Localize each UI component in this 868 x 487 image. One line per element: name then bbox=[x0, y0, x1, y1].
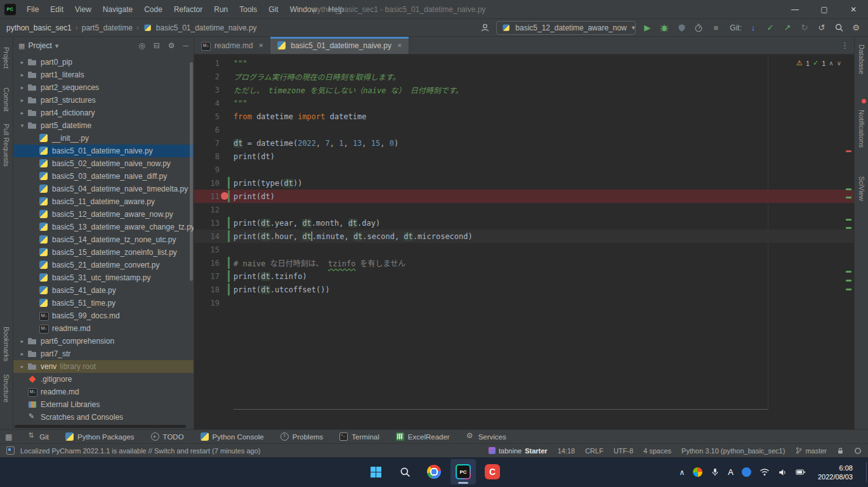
tree-item-readme-md[interactable]: readme.md bbox=[13, 322, 194, 335]
locate-file-icon[interactable]: ◎ bbox=[138, 41, 145, 50]
tree-item-basic5-03-datetime-naive-diff-py[interactable]: basic5_03_datetime_naive_diff.py bbox=[13, 170, 194, 183]
menu-edit[interactable]: Edit bbox=[44, 0, 69, 19]
coverage-icon[interactable] bbox=[676, 22, 687, 34]
line-number[interactable]: 2 bbox=[194, 72, 220, 81]
chevron-right-icon[interactable]: ▸ bbox=[17, 351, 27, 357]
taskbar-search-icon[interactable] bbox=[392, 459, 418, 484]
git-update-icon[interactable]: ↓ bbox=[747, 22, 759, 34]
gutter[interactable] bbox=[220, 230, 233, 243]
ime-indicator[interactable]: A bbox=[728, 467, 733, 477]
collapse-all-icon[interactable]: ⊟ bbox=[154, 41, 160, 50]
stripe-mark[interactable] bbox=[846, 227, 852, 229]
menu-code[interactable]: Code bbox=[138, 0, 168, 19]
indicator-icon[interactable] bbox=[854, 447, 862, 455]
pycharm-taskbar-icon[interactable]: PC bbox=[450, 459, 476, 484]
tree-item-basic5-13-datetime-aware-change-tz-py[interactable]: basic5_13_datetime_aware_change_tz.py bbox=[13, 221, 194, 233]
tray-colorful-app-icon[interactable] bbox=[693, 467, 702, 477]
stripe-mark[interactable] bbox=[846, 197, 852, 198]
tool-window-button-python-console[interactable]: Python Console bbox=[201, 432, 264, 441]
breadcrumb-item-part5-datetime[interactable]: part5_datetime bbox=[82, 23, 133, 32]
tool-windows-icon[interactable]: ▦ bbox=[5, 432, 12, 441]
status-item-4-spaces[interactable]: 4 spaces bbox=[643, 447, 671, 455]
tool-window-button-excelreader[interactable]: ExcelReader bbox=[396, 432, 450, 441]
stripe-button-notifications[interactable]: Notifications bbox=[858, 110, 865, 148]
gutter[interactable] bbox=[220, 83, 233, 96]
tool-window-button-todo[interactable]: TODO bbox=[151, 432, 184, 441]
line-number[interactable]: 9 bbox=[194, 166, 220, 174]
prev-problem-icon[interactable]: ∧ bbox=[829, 60, 833, 67]
tree-item-part1-literals[interactable]: ▸part1_literals bbox=[13, 68, 194, 81]
tree-item-scratches-and-consoles[interactable]: Scratches and Consoles bbox=[13, 411, 194, 424]
tree-item-basic5-21-datetime-convert-py[interactable]: basic5_21_datetime_convert.py bbox=[13, 259, 194, 271]
project-vertical-scrollbar[interactable] bbox=[190, 62, 193, 281]
tool-window-button-services[interactable]: Services bbox=[466, 432, 506, 441]
chevron-right-icon[interactable]: ▸ bbox=[17, 84, 27, 91]
stripe-button-sciview[interactable]: SciView bbox=[858, 176, 865, 201]
code-line-2[interactable]: 2プログラム実行時の現在の日時刻を取得します。 bbox=[194, 70, 854, 83]
code-line-5[interactable]: 5from datetime import datetime bbox=[194, 110, 854, 123]
gutter[interactable] bbox=[220, 296, 233, 309]
code-line-10[interactable]: 10print(type(dt)) bbox=[194, 176, 854, 190]
chevron-down-icon[interactable]: ▾ bbox=[17, 122, 27, 129]
git-commit-icon[interactable]: ✓ bbox=[765, 22, 776, 34]
gutter[interactable] bbox=[220, 96, 233, 110]
close-button[interactable]: ✕ bbox=[839, 0, 868, 19]
gutter[interactable] bbox=[220, 203, 233, 216]
editor-body[interactable]: 1"""2プログラム実行時の現在の日時刻を取得します。3ただし、 timezon… bbox=[194, 55, 854, 429]
close-icon[interactable]: ✕ bbox=[397, 42, 402, 49]
stripe-button-project[interactable]: Project bbox=[3, 47, 10, 68]
tree-item-part2-sequences[interactable]: ▸part2_sequences bbox=[13, 81, 194, 94]
line-number[interactable]: 5 bbox=[194, 112, 220, 121]
line-number[interactable]: 16 bbox=[194, 259, 220, 268]
next-problem-icon[interactable]: ∨ bbox=[837, 60, 841, 67]
tree-item-part6-comprehension[interactable]: ▸part6_comprehension bbox=[13, 335, 194, 347]
line-number[interactable]: 3 bbox=[194, 86, 220, 94]
line-number[interactable]: 19 bbox=[194, 299, 220, 308]
gutter[interactable] bbox=[220, 190, 233, 203]
more-icon[interactable]: ⋮ bbox=[836, 41, 854, 50]
status-item-crlf[interactable]: CRLF bbox=[585, 447, 603, 455]
breadcrumb-item-python-basic-sec1[interactable]: python_basic_sec1 bbox=[6, 23, 72, 32]
status-message[interactable]: Localized PyCharm 2022.1.1 is available … bbox=[20, 447, 260, 455]
menu-view[interactable]: View bbox=[69, 0, 97, 19]
update-icon[interactable] bbox=[6, 446, 15, 455]
tree-item-init-py[interactable]: __init__.py bbox=[13, 132, 194, 145]
code-line-8[interactable]: 8print(dt) bbox=[194, 150, 854, 163]
stripe-button-database[interactable]: Database bbox=[858, 44, 865, 74]
code-line-13[interactable]: 13print(dt.year, dt.month, dt.day) bbox=[194, 216, 854, 230]
tree-item-part7-str[interactable]: ▸part7_str bbox=[13, 347, 194, 360]
run-button[interactable]: ▶ bbox=[641, 22, 653, 34]
gutter[interactable] bbox=[220, 243, 233, 256]
code-line-9[interactable]: 9 bbox=[194, 163, 854, 176]
tree-item-part5-datetime[interactable]: ▾part5_datetime bbox=[13, 119, 194, 132]
line-number[interactable]: 8 bbox=[194, 152, 220, 161]
tab-basic5-01-datetime-naive-py[interactable]: basic5_01_datetime_naive.py✕ bbox=[270, 37, 409, 54]
chrome-icon[interactable] bbox=[421, 459, 447, 484]
stripe-button-commit[interactable]: Commit bbox=[3, 88, 10, 112]
gutter[interactable] bbox=[220, 269, 233, 283]
minimize-button[interactable]: — bbox=[780, 0, 810, 19]
code-line-19[interactable]: 19 bbox=[194, 296, 854, 309]
blue-app-icon[interactable] bbox=[742, 467, 751, 477]
breakpoint-icon[interactable] bbox=[221, 192, 228, 200]
tree-item-basic5-51-time-py[interactable]: basic5_51_time.py bbox=[13, 297, 194, 309]
tool-window-button-problems[interactable]: Problems bbox=[280, 432, 324, 441]
menu-run[interactable]: Run bbox=[208, 0, 233, 19]
tree-item-basic5-01-datetime-naive-py[interactable]: basic5_01_datetime_naive.py bbox=[13, 145, 194, 157]
code-line-6[interactable]: 6 bbox=[194, 123, 854, 136]
status-item-utf-8[interactable]: UTF-8 bbox=[614, 447, 633, 455]
tab-readme-md[interactable]: readme.md✕ bbox=[194, 37, 270, 54]
tabnine-widget[interactable]: tabnine Starter bbox=[489, 447, 548, 455]
git-push-icon[interactable]: ↗ bbox=[782, 22, 793, 34]
stripe-button-bookmarks[interactable]: Bookmarks bbox=[3, 327, 10, 361]
tree-item-basic5-11-datetime-aware-py[interactable]: basic5_11_datetime_aware.py bbox=[13, 195, 194, 208]
tool-window-button-python-packages[interactable]: Python Packages bbox=[65, 432, 135, 441]
menu-git[interactable]: Git bbox=[263, 0, 284, 19]
profiler-icon[interactable] bbox=[693, 22, 704, 34]
tree-item-part0-pip[interactable]: ▸part0_pip bbox=[13, 56, 194, 68]
breadcrumb-item-basic5-01-datetime-naive-py[interactable]: basic5_01_datetime_naive.py bbox=[156, 23, 257, 32]
microphone-icon[interactable] bbox=[711, 467, 720, 477]
gutter[interactable] bbox=[220, 163, 233, 176]
tree-item-basic5-04-datetime-naive-timedelta-py[interactable]: basic5_04_datetime_naive_timedelta.py bbox=[13, 183, 194, 195]
menu-navigate[interactable]: Navigate bbox=[97, 0, 138, 19]
